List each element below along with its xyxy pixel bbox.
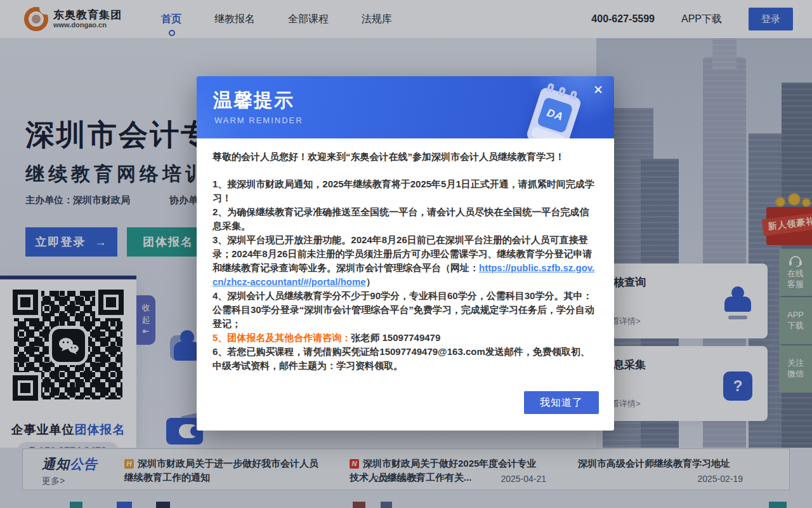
group-consult-label: 5、团体报名及其他合作请咨询： xyxy=(213,332,351,343)
modal-title: 温馨提示 xyxy=(213,88,294,114)
modal-item-2: 2、为确保继续教育记录准确推送至全国统一平台，请会计人员尽快在全国统一平台完成信… xyxy=(213,205,598,233)
modal-item-4: 4、深圳会计人员继续教育学分不少于90学分，专业科目60学分，公需科目30学分。… xyxy=(213,289,598,331)
reminder-modal: 温馨提示 WARM REMINDER DA ✕ 尊敬的会计人员您好！欢迎来到“东… xyxy=(197,76,614,431)
notepad-illustration: DA xyxy=(525,86,582,138)
modal-body: 尊敬的会计人员您好！欢迎来到“东奥会计在线”参加深圳市会计人员继续教育学习！ 1… xyxy=(197,138,614,373)
modal-item-6: 6、若您已购买课程，请凭借购买凭证给15097749479@163.com发送邮… xyxy=(213,345,598,373)
modal-greeting: 尊敬的会计人员您好！欢迎来到“东奥会计在线”参加深圳市会计人员继续教育学习！ xyxy=(213,150,598,164)
da-logo-badge: DA xyxy=(537,97,573,133)
group-consult-contact: 张老师 15097749479 xyxy=(351,332,440,343)
modal-item-3: 3、深圳平台现已开放注册功能。2024年8月26日前已在深圳平台注册的会计人员可… xyxy=(213,233,598,289)
modal-header: 温馨提示 WARM REMINDER DA ✕ xyxy=(197,76,614,138)
modal-subtitle: WARM REMINDER xyxy=(214,116,303,125)
close-icon[interactable]: ✕ xyxy=(590,81,606,98)
modal-item-1: 1、接深圳市财政局通知，2025年继续教育将于2025年5月1日正式开通，请抓紧… xyxy=(213,177,598,205)
modal-item-5: 5、团体报名及其他合作请咨询：张老师 15097749479 xyxy=(213,331,598,345)
confirm-button[interactable]: 我知道了 xyxy=(524,391,599,414)
